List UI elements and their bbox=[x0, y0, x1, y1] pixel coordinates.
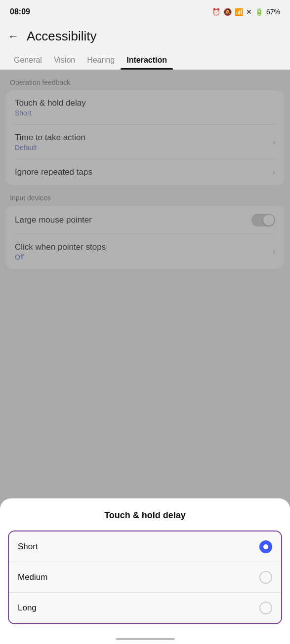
option-short-label: Short bbox=[18, 542, 38, 552]
battery-percent: 67% bbox=[266, 8, 280, 16]
status-icons: ⏰ 🔕 📶 ✕ 🔋 67% bbox=[212, 8, 280, 16]
home-indicator bbox=[116, 638, 175, 640]
close-icon: ✕ bbox=[246, 8, 252, 16]
option-short[interactable]: Short bbox=[9, 531, 281, 562]
tabs-bar: General Vision Hearing Interaction bbox=[0, 51, 290, 70]
tab-vision[interactable]: Vision bbox=[48, 51, 81, 70]
dialog-title: Touch & hold delay bbox=[0, 510, 290, 521]
radio-medium[interactable] bbox=[259, 571, 272, 584]
option-long-label: Long bbox=[18, 603, 37, 613]
radio-long[interactable] bbox=[259, 602, 272, 614]
alarm-icon: ⏰ bbox=[212, 8, 220, 16]
option-long[interactable]: Long bbox=[9, 593, 281, 623]
header: ← Accessibility bbox=[0, 24, 290, 51]
option-medium[interactable]: Medium bbox=[9, 562, 281, 593]
content-area: Operation feedback Touch & hold delay Sh… bbox=[0, 70, 290, 644]
status-bar: 08:09 ⏰ 🔕 📶 ✕ 🔋 67% bbox=[0, 0, 290, 24]
wifi-icon: 📶 bbox=[235, 8, 243, 16]
mute-icon: 🔕 bbox=[223, 8, 232, 16]
radio-short[interactable] bbox=[259, 540, 272, 553]
touch-hold-delay-dialog: Touch & hold delay Short Medium Long bbox=[0, 498, 290, 644]
status-time: 08:09 bbox=[10, 7, 30, 16]
tab-interaction[interactable]: Interaction bbox=[121, 51, 173, 70]
dialog-options: Short Medium Long bbox=[8, 530, 282, 624]
back-button[interactable]: ← bbox=[8, 30, 19, 43]
tab-general[interactable]: General bbox=[8, 51, 48, 70]
battery-icon: 🔋 bbox=[255, 8, 263, 16]
tab-hearing[interactable]: Hearing bbox=[81, 51, 121, 70]
screen: 08:09 ⏰ 🔕 📶 ✕ 🔋 67% ← Accessibility Gene… bbox=[0, 0, 290, 644]
page-title: Accessibility bbox=[27, 29, 97, 44]
option-medium-label: Medium bbox=[18, 572, 47, 582]
